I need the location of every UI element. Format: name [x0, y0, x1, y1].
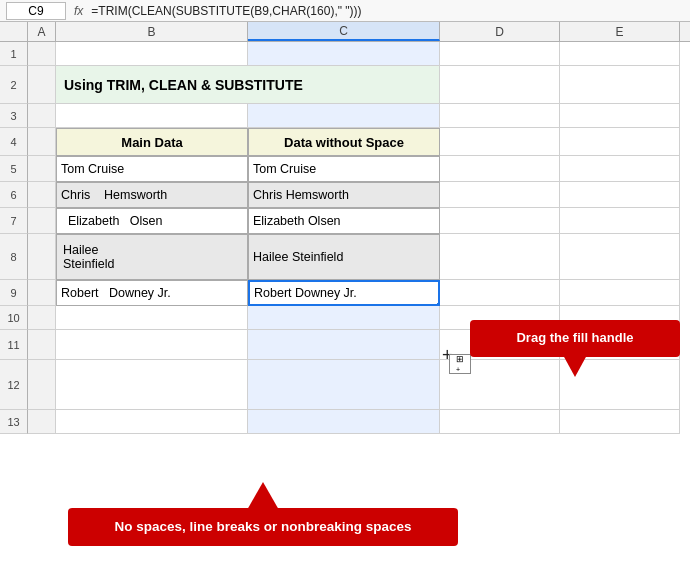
- cell-a7[interactable]: [28, 208, 56, 234]
- row-9: 9 Robert Downey Jr. Robert Downey Jr.: [0, 280, 690, 306]
- spreadsheet: fx =TRIM(CLEAN(SUBSTITUTE(B9,CHAR(160),"…: [0, 0, 690, 576]
- cell-b13[interactable]: [56, 410, 248, 434]
- cell-e7[interactable]: [560, 208, 680, 234]
- col-header-a[interactable]: A: [28, 22, 56, 41]
- row-6: 6 Chris Hemsworth Chris Hemsworth: [0, 182, 690, 208]
- cell-b11[interactable]: [56, 330, 248, 360]
- cell-c3[interactable]: [248, 104, 440, 128]
- row-3: 3: [0, 104, 690, 128]
- cell-c6[interactable]: Chris Hemsworth: [248, 182, 440, 208]
- row-13: 13: [0, 410, 690, 434]
- col1-header: Main Data: [121, 135, 182, 150]
- cell-b3[interactable]: [56, 104, 248, 128]
- paste-options-icon[interactable]: ⊞+: [449, 354, 471, 374]
- cell-a1[interactable]: [28, 42, 56, 66]
- col-header-e[interactable]: E: [560, 22, 680, 41]
- main-data-6: Chris Hemsworth: [61, 188, 167, 202]
- callout1-arrow-down: [563, 355, 587, 377]
- main-data-7: Elizabeth Olsen: [61, 214, 162, 228]
- row-8: 8 Hailee Steinfield Hailee Steinfield: [0, 234, 690, 280]
- cell-a3[interactable]: [28, 104, 56, 128]
- cell-c7[interactable]: Elizabeth Olsen: [248, 208, 440, 234]
- cell-b2[interactable]: Using TRIM, CLEAN & SUBSTITUTE: [56, 66, 440, 104]
- column-headers: A B C D E: [0, 22, 690, 42]
- cell-e8[interactable]: [560, 234, 680, 280]
- name-box[interactable]: [6, 2, 66, 20]
- clean-data-5: Tom Cruise: [253, 162, 316, 176]
- cell-d5[interactable]: [440, 156, 560, 182]
- cell-c10[interactable]: [248, 306, 440, 330]
- cell-e1[interactable]: [560, 42, 680, 66]
- fx-label: fx: [70, 4, 87, 18]
- row-2: 2 Using TRIM, CLEAN & SUBSTITUTE: [0, 66, 690, 104]
- cell-d7[interactable]: [440, 208, 560, 234]
- row-7: 7 Elizabeth Olsen Elizabeth Olsen: [0, 208, 690, 234]
- cell-b12[interactable]: [56, 360, 248, 410]
- cell-d1[interactable]: [440, 42, 560, 66]
- cell-c9[interactable]: Robert Downey Jr.: [248, 280, 440, 306]
- cell-e3[interactable]: [560, 104, 680, 128]
- cell-b9[interactable]: Robert Downey Jr.: [56, 280, 248, 306]
- row-num-header: [0, 22, 28, 41]
- cell-c8[interactable]: Hailee Steinfield: [248, 234, 440, 280]
- callout-no-spaces: No spaces, line breaks or nonbreaking sp…: [68, 508, 458, 546]
- col-header-d[interactable]: D: [440, 22, 560, 41]
- clean-data-7: Elizabeth Olsen: [253, 214, 341, 228]
- cell-a6[interactable]: [28, 182, 56, 208]
- callout2-text: No spaces, line breaks or nonbreaking sp…: [114, 519, 411, 534]
- cell-a2[interactable]: [28, 66, 56, 104]
- cell-a9[interactable]: [28, 280, 56, 306]
- main-data-5: Tom Cruise: [61, 162, 124, 176]
- cell-b10[interactable]: [56, 306, 248, 330]
- cell-c5[interactable]: Tom Cruise: [248, 156, 440, 182]
- cell-e6[interactable]: [560, 182, 680, 208]
- cell-d3[interactable]: [440, 104, 560, 128]
- formula-content: =TRIM(CLEAN(SUBSTITUTE(B9,CHAR(160)," ")…: [91, 4, 361, 18]
- cell-a4[interactable]: [28, 128, 56, 156]
- cell-d13[interactable]: [440, 410, 560, 434]
- cell-c12[interactable]: [248, 360, 440, 410]
- cell-a12[interactable]: [28, 360, 56, 410]
- col-header-c[interactable]: C: [248, 22, 440, 41]
- clean-data-6: Chris Hemsworth: [253, 188, 349, 202]
- cell-c1[interactable]: [248, 42, 440, 66]
- cell-e4[interactable]: [560, 128, 680, 156]
- cell-c4-header[interactable]: Data without Space: [248, 128, 440, 156]
- callout-drag-fill-handle: Drag the fill handle: [470, 320, 680, 357]
- cell-d6[interactable]: [440, 182, 560, 208]
- cell-e9[interactable]: [560, 280, 680, 306]
- col-header-b[interactable]: B: [56, 22, 248, 41]
- clean-data-9: Robert Downey Jr.: [254, 286, 357, 300]
- title-text: Using TRIM, CLEAN & SUBSTITUTE: [64, 77, 303, 93]
- cell-d4[interactable]: [440, 128, 560, 156]
- cell-b8[interactable]: Hailee Steinfield: [56, 234, 248, 280]
- cell-b1[interactable]: [56, 42, 248, 66]
- cell-b4-header[interactable]: Main Data: [56, 128, 248, 156]
- cell-a5[interactable]: [28, 156, 56, 182]
- cell-b7[interactable]: Elizabeth Olsen: [56, 208, 248, 234]
- row-4-header: 4 Main Data Data without Space: [0, 128, 690, 156]
- cell-c11[interactable]: [248, 330, 440, 360]
- formula-bar: fx =TRIM(CLEAN(SUBSTITUTE(B9,CHAR(160),"…: [0, 0, 690, 22]
- cell-d9[interactable]: [440, 280, 560, 306]
- cell-d2[interactable]: [440, 66, 560, 104]
- cell-a11[interactable]: [28, 330, 56, 360]
- cell-a8[interactable]: [28, 234, 56, 280]
- clean-data-8: Hailee Steinfield: [253, 250, 343, 264]
- main-data-8-line2: Steinfield: [63, 257, 114, 271]
- fill-handle[interactable]: [436, 302, 440, 306]
- cell-e13[interactable]: [560, 410, 680, 434]
- cell-b5[interactable]: Tom Cruise: [56, 156, 248, 182]
- cell-d8[interactable]: [440, 234, 560, 280]
- cell-e5[interactable]: [560, 156, 680, 182]
- cell-e2[interactable]: [560, 66, 680, 104]
- row-1: 1: [0, 42, 690, 66]
- cell-b6[interactable]: Chris Hemsworth: [56, 182, 248, 208]
- callout1-text: Drag the fill handle: [516, 330, 633, 345]
- cell-a10[interactable]: [28, 306, 56, 330]
- callout2-arrow-up: [247, 482, 279, 510]
- main-data-8-line1: Hailee: [63, 243, 98, 257]
- cell-c13[interactable]: [248, 410, 440, 434]
- main-data-9: Robert Downey Jr.: [61, 286, 171, 300]
- cell-a13[interactable]: [28, 410, 56, 434]
